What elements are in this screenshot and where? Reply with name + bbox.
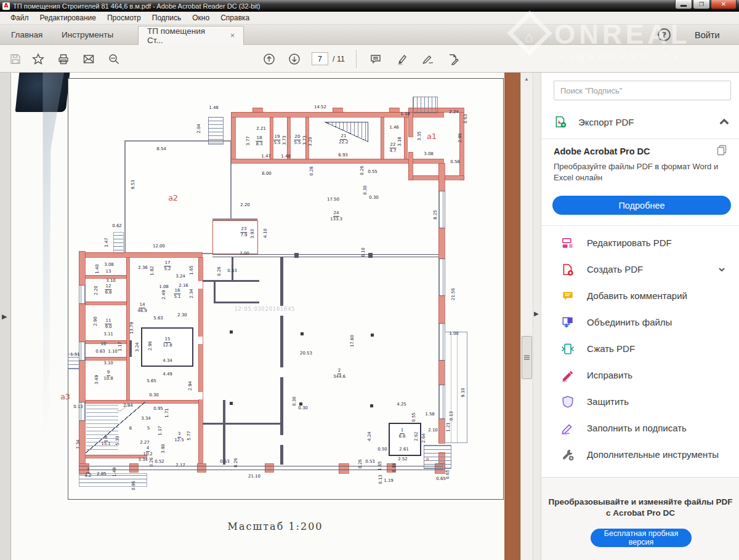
sidebar-tool-create-pdf[interactable]: Создать PDF [541,256,739,282]
scroll-up-icon[interactable]: ▲ [524,76,529,82]
plan-scale-text: Масштаб 1:200 [228,521,323,532]
wrench-plus-icon [561,448,575,462]
sidebar-tool-label: Исправить [587,370,632,380]
free-trial-button[interactable]: Бесплатная пробная версия [591,529,692,547]
annotate-icon[interactable] [446,52,461,66]
menu-item-3[interactable]: Просмотр [102,12,147,23]
sidebar-tool-label: Объединить файлы [587,317,672,327]
footer-line2: с Acrobat Pro DC [541,508,739,518]
learn-more-button[interactable]: Подробнее [552,196,731,215]
sidebar-tool-label: Заполнить и подписать [587,423,687,433]
floor-plan-drawing [68,78,504,500]
help-icon[interactable]: ? [658,28,671,41]
sidebar-tool-label: Редактировать PDF [587,238,672,248]
page-up-icon[interactable] [262,52,277,66]
menu-item-5[interactable]: Окно [187,12,215,23]
title-bar: A ТП помещения Строителей 81 464,6 в.м.p… [0,0,739,12]
page-number-input[interactable] [312,52,328,65]
combine-files-icon [561,316,575,329]
shield-icon [561,395,575,409]
edit-pdf-icon [561,236,575,250]
menu-item-2[interactable]: Редактирование [34,12,102,23]
email-icon[interactable] [81,52,96,66]
comment-bubble-icon [561,289,575,303]
search-icon[interactable] [107,52,121,66]
create-pdf-icon [561,263,575,276]
scrollbar-thumb[interactable] [522,336,532,379]
compress-pdf-icon [561,342,575,356]
sign-icon[interactable] [421,52,435,66]
left-pane-toggle-icon[interactable]: ▶ [2,313,7,321]
sidebar-tool-fix[interactable]: Исправить [541,362,739,388]
fill-sign-icon [561,422,575,435]
promo-description: Преобразуйте файлы PDF в формат Word и E… [554,161,726,183]
sidebar-tool-label: Дополнительные инструменты [587,449,719,460]
close-button[interactable]: ✕ [711,0,737,9]
toolbar-divider [356,50,357,68]
search-input[interactable] [554,81,731,100]
tab-bar: Главная Инструменты ТП помещения Ст... ×… [0,25,739,45]
sidebar-tool-protect[interactable]: Защитить [541,388,739,415]
vertical-scrollbar[interactable]: ▲ [520,73,533,560]
tools-sidebar: Экспорт PDF Adobe Acrobat Pro DC Преобра… [541,73,739,560]
menu-bar: ФайлРедактированиеПросмотрПодписьОкноСпр… [0,12,739,25]
sidebar-footer: Преобразовывайте и изменяйте файлы PDF с… [541,477,739,560]
menu-item-1[interactable]: Файл [5,12,34,23]
tab-document[interactable]: ТП помещения Ст... × [138,26,244,45]
minimize-button[interactable] [675,0,692,9]
copy-pages-icon [716,144,728,156]
scan-fold-shadow [34,73,64,497]
save-icon[interactable] [8,52,23,66]
sidebar-tool-label: Сжать PDF [587,343,635,354]
menu-item-6[interactable]: Справка [215,12,255,23]
sidebar-tool-compress-pdf[interactable]: Сжать PDF [541,335,739,362]
tab-close-icon[interactable]: × [230,31,235,40]
sidebar-tool-edit-pdf[interactable]: Редактировать PDF [541,230,739,256]
highlight-icon[interactable] [395,52,410,66]
comment-icon[interactable] [368,52,383,66]
chevron-down-icon[interactable] [717,265,726,274]
restore-button[interactable]: ❐ [693,0,710,9]
sidebar-tool-label: Защитить [587,396,629,407]
acrobat-window: A ТП помещения Строителей 81 464,6 в.м.p… [0,0,739,560]
sidebar-tool-fill-sign[interactable]: Заполнить и подписать [541,415,739,441]
promo-title: Adobe Acrobat Pro DC [554,146,650,156]
main-toolbar: / 11 [0,45,739,73]
footer-line1: Преобразовывайте и изменяйте файлы PDF [541,497,739,506]
export-pdf-icon [554,115,567,129]
tab-document-label: ТП помещения Ст... [147,26,223,45]
document-area: 1.482.048.549.53а20.621.4712.0014.522.21… [0,73,541,560]
sidebar-tool-combine-files[interactable]: Объединить файлы [541,309,739,335]
right-pane-toggle-icon[interactable]: ▶ [534,310,539,317]
scan-book-spine [504,73,521,560]
chevron-up-icon[interactable] [717,115,731,129]
page-down-icon[interactable] [287,52,302,66]
sign-in-button[interactable]: Войти [695,30,720,40]
fix-pen-icon [561,369,575,382]
page-total-label: / 11 [333,55,345,63]
sidebar-tool-add-comment[interactable]: Добавить комментарий [541,282,739,309]
sidebar-tool-label: Добавить комментарий [587,290,687,301]
sidebar-tool-label: Создать PDF [587,264,643,274]
acrobat-app-icon: A [2,2,10,10]
menu-item-4[interactable]: Подпись [147,12,187,23]
window-title: ТП помещения Строителей 81 464,6 в.м.pdf… [13,2,260,10]
tab-home[interactable]: Главная [2,25,51,45]
export-pdf-row[interactable]: Экспорт PDF [554,112,731,132]
sidebar-tool-more-tools[interactable]: Дополнительные инструменты [541,441,739,468]
export-pdf-label: Экспорт PDF [578,117,634,127]
tab-tools[interactable]: Инструменты [53,25,122,45]
star-icon[interactable] [31,52,46,66]
print-icon[interactable] [56,52,71,66]
